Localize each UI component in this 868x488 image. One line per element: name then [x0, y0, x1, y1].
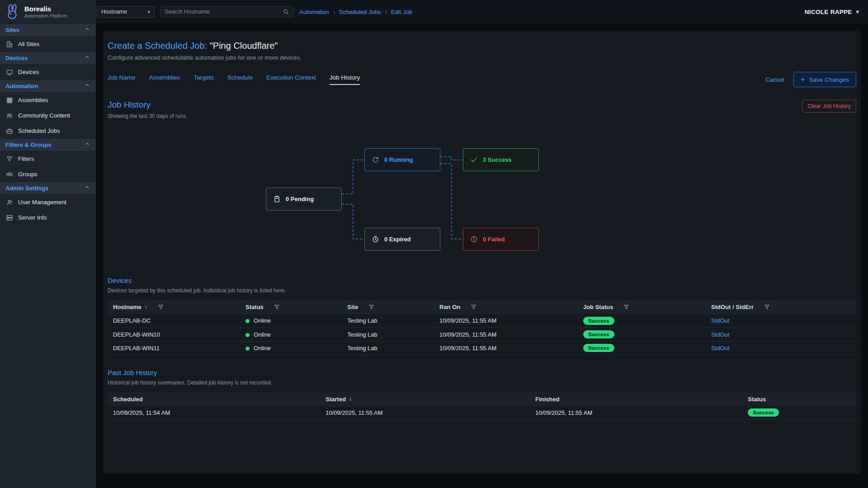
- past-job-history-subheading: Historical job history summaries. Detail…: [108, 380, 856, 386]
- col-stdout[interactable]: StdOut / StdErr: [706, 300, 856, 314]
- sidebar-item-label: Assemblies: [18, 97, 48, 103]
- tab-assemblies[interactable]: Assemblies: [149, 74, 180, 85]
- node-success: 3 Success: [463, 148, 539, 171]
- col-status[interactable]: Status: [240, 300, 342, 314]
- sidebar-section-admin-settings[interactable]: Admin Settings: [0, 182, 96, 194]
- cancel-button[interactable]: Cancel: [765, 76, 784, 83]
- sidebar-item-groups[interactable]: Groups: [0, 166, 96, 182]
- search-input[interactable]: [165, 9, 283, 15]
- grid-icon: [6, 97, 13, 104]
- sidebar-item-filters[interactable]: Filters: [0, 151, 96, 166]
- sidebar-item-label: All Sites: [18, 41, 39, 47]
- sidebar-nav: Sites All Sites Devices Devices Automati…: [0, 23, 96, 225]
- tab-schedule[interactable]: Schedule: [227, 74, 253, 85]
- save-changes-button[interactable]: + Save Changes: [793, 72, 856, 87]
- sidebar-item-label: Server Info: [18, 214, 47, 221]
- user-menu[interactable]: NICOLE RAPPE ▾: [805, 9, 859, 15]
- col-past-status[interactable]: Status: [742, 392, 856, 406]
- col-finished[interactable]: Finished: [530, 392, 742, 406]
- status-badge: Success: [583, 330, 614, 338]
- col-hostname[interactable]: Hostname ↑: [108, 300, 240, 314]
- breadcrumb-automation[interactable]: Automation: [299, 9, 329, 15]
- cell-job-status: Success: [578, 314, 706, 328]
- section-label: Sites: [5, 27, 19, 33]
- brand: Borealis Automation Platform: [0, 0, 96, 23]
- cell-past-status: Success: [742, 406, 856, 420]
- sort-descending-icon: ↓: [349, 396, 352, 402]
- error-icon: [470, 235, 478, 243]
- app-root: Borealis Automation Platform Sites All S…: [0, 0, 868, 488]
- server-icon: [6, 214, 13, 221]
- col-site[interactable]: Site: [342, 300, 434, 314]
- sidebar-section-devices[interactable]: Devices: [0, 52, 96, 64]
- col-ran-on[interactable]: Ran On: [434, 300, 578, 314]
- tabs: Job Name Assemblies Targets Schedule Exe…: [108, 74, 360, 85]
- topbar: Hostname ▾ Automation › Scheduled Jobs ›…: [96, 0, 868, 23]
- column-filter-icon[interactable]: [368, 304, 374, 310]
- tab-job-name[interactable]: Job Name: [108, 74, 136, 85]
- sidebar-item-devices[interactable]: Devices: [0, 64, 96, 80]
- search-icon: [283, 9, 289, 15]
- content-area: Create a Scheduled Job: "Ping Cloudflare…: [96, 23, 868, 488]
- col-scheduled[interactable]: Scheduled: [108, 392, 320, 406]
- column-filter-icon[interactable]: [274, 304, 280, 310]
- sidebar-item-assemblies[interactable]: Assemblies: [0, 92, 96, 108]
- sidebar-item-community-content[interactable]: Community Content: [0, 108, 96, 123]
- column-filter-icon[interactable]: [471, 304, 476, 310]
- table-row: DEEPLAB-WIN11 Online Testing Lab 10/09/2…: [108, 341, 856, 355]
- cell-status: Online: [240, 328, 342, 341]
- breadcrumb-scheduled-jobs[interactable]: Scheduled Jobs: [339, 9, 381, 15]
- tab-execution-context[interactable]: Execution Context: [266, 74, 316, 85]
- stdout-link[interactable]: StdOut: [711, 345, 729, 352]
- sidebar-item-server-info[interactable]: Server Info: [0, 210, 96, 225]
- col-started[interactable]: Started ↓: [320, 392, 530, 406]
- cell-site: Testing Lab: [342, 341, 434, 355]
- column-filter-icon[interactable]: [158, 304, 164, 310]
- node-expired: 0 Expired: [364, 228, 440, 251]
- breadcrumb-edit-job[interactable]: Edit Job: [391, 9, 412, 15]
- cell-hostname: DEEPLAB-DC: [108, 314, 240, 328]
- col-job-status[interactable]: Job Status: [578, 300, 706, 314]
- job-status-diagram: 0 Pending 0 Running 3 Success 0 Expired: [108, 131, 856, 263]
- cell-started: 10/09/2025, 11:55 AM: [320, 406, 530, 420]
- table-row: DEEPLAB-DC Online Testing Lab 10/09/2025…: [108, 314, 856, 328]
- node-running-label: 0 Running: [384, 156, 413, 163]
- table-row: 10/09/2025, 11:54 AM 10/09/2025, 11:55 A…: [108, 406, 856, 420]
- page-title: Create a Scheduled Job: "Ping Cloudflare…: [108, 41, 856, 51]
- status-badge: Success: [583, 344, 614, 352]
- hostname-select[interactable]: Hostname ▾: [97, 6, 155, 18]
- clock-icon: [372, 235, 379, 243]
- building-icon: [6, 41, 13, 48]
- cell-site: Testing Lab: [342, 314, 434, 328]
- sidebar-item-label: Filters: [18, 155, 34, 162]
- tab-job-history[interactable]: Job History: [330, 74, 360, 85]
- past-job-history-heading: Past Job History: [108, 369, 856, 376]
- tab-targets[interactable]: Targets: [194, 74, 214, 85]
- sidebar-item-all-sites[interactable]: All Sites: [0, 36, 96, 52]
- online-dot-icon: [245, 319, 250, 323]
- main-column: Hostname ▾ Automation › Scheduled Jobs ›…: [96, 0, 868, 488]
- cell-finished: 10/09/2025, 11:55 AM: [530, 406, 742, 420]
- chevron-up-icon: [84, 141, 90, 149]
- sidebar-section-filters-groups[interactable]: Filters & Groups: [0, 138, 96, 151]
- groups-icon: [6, 171, 13, 178]
- clear-job-history-button[interactable]: Clear Job History: [802, 100, 856, 113]
- sidebar-section-automation[interactable]: Automation: [0, 80, 96, 92]
- column-filter-icon[interactable]: [623, 304, 629, 310]
- stdout-link[interactable]: StdOut: [711, 331, 729, 338]
- breadcrumb-separator-icon: ›: [333, 9, 335, 15]
- sidebar-item-user-management[interactable]: User Management: [0, 194, 96, 210]
- column-filter-icon[interactable]: [764, 304, 770, 310]
- cell-site: Testing Lab: [342, 328, 434, 341]
- devices-table-header-row: Hostname ↑ Status Site: [108, 300, 856, 314]
- sidebar-item-scheduled-jobs[interactable]: Scheduled Jobs: [0, 123, 96, 138]
- section-label: Automation: [5, 83, 38, 89]
- people-icon: [6, 112, 13, 119]
- node-expired-label: 0 Expired: [384, 236, 411, 243]
- sidebar-section-sites[interactable]: Sites: [0, 23, 96, 36]
- node-pending-label: 0 Pending: [286, 196, 314, 202]
- stdout-link[interactable]: StdOut: [711, 317, 729, 324]
- section-label: Devices: [5, 55, 28, 61]
- briefcase-icon: [6, 127, 13, 135]
- node-success-label: 3 Success: [483, 156, 512, 163]
